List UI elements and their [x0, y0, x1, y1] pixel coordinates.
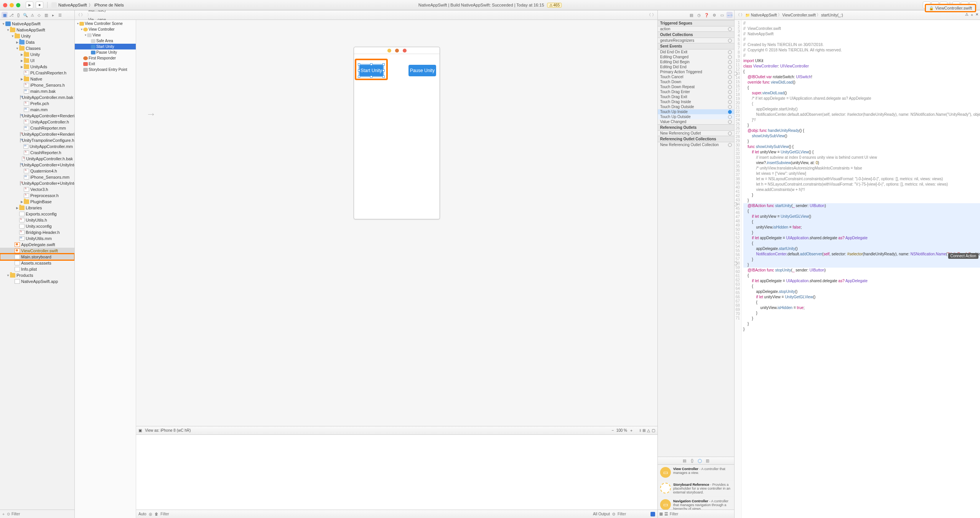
outline-item[interactable]: ▼View Controller — [75, 26, 136, 32]
connection-well[interactable] — [728, 95, 732, 99]
nav-item[interactable]: main.mm.bak — [0, 88, 74, 94]
symbol-navigator-tab[interactable]: {} — [15, 12, 21, 18]
outline-item[interactable]: ▼View Controller Scene — [75, 21, 136, 26]
zoom-out[interactable]: − — [612, 428, 614, 432]
history-inspector-tab[interactable]: ◷ — [696, 12, 702, 18]
nav-item[interactable]: iPhone_Sensors.h — [0, 82, 74, 88]
connection-well[interactable] — [728, 100, 732, 104]
filter-icon[interactable]: ⊙ — [7, 512, 10, 516]
connection-well[interactable] — [728, 55, 732, 59]
align-icon[interactable]: ⫴ — [639, 428, 641, 433]
nav-item[interactable]: Assets.xcassets — [0, 260, 74, 266]
connection-well[interactable] — [728, 70, 732, 74]
connection-item[interactable]: Touch Cancel — [658, 74, 734, 79]
nav-item[interactable]: Vector3.h — [0, 186, 74, 192]
nav-item[interactable]: Bridging-Header.h — [0, 229, 74, 235]
nav-item[interactable]: Main.storyboard — [0, 254, 74, 260]
assist-jb-1[interactable]: ViewController.swift — [782, 13, 816, 17]
nav-item[interactable]: iPhone_Sensors.mm — [0, 174, 74, 180]
embed-icon[interactable]: ▢ — [652, 428, 655, 433]
scene-dock[interactable] — [354, 47, 440, 54]
selection-handles[interactable] — [359, 64, 384, 77]
connection-well[interactable] — [728, 80, 732, 84]
close-window[interactable] — [3, 3, 7, 7]
connection-well[interactable] — [728, 120, 732, 124]
nav-item[interactable]: ViewController.swift — [0, 248, 74, 254]
outline-item[interactable]: Start Unity — [75, 44, 136, 49]
nav-item[interactable]: ▶Native — [0, 76, 74, 82]
exit-icon[interactable] — [403, 49, 407, 53]
media-library-tab[interactable]: ▥ — [705, 458, 710, 464]
connection-well[interactable] — [728, 132, 732, 135]
nav-item[interactable]: Info.plist — [0, 266, 74, 272]
connection-item[interactable]: Touch Drag Inside — [658, 99, 734, 104]
connection-item[interactable]: gestureRecognizers — [658, 38, 734, 43]
nav-item[interactable]: ▼NativeAppSwift — [0, 21, 74, 27]
nav-item[interactable]: NativeAppSwift.app — [0, 278, 74, 284]
project-navigator-tab[interactable]: ▦ — [2, 12, 8, 18]
connection-well[interactable] — [728, 60, 732, 64]
first-responder-icon[interactable] — [395, 49, 399, 53]
connection-item[interactable]: Value Changed — [658, 119, 734, 124]
connection-item[interactable]: Editing Did End — [658, 64, 734, 69]
connection-well[interactable] — [728, 105, 732, 109]
nav-item[interactable]: UnityAppController+UnityInterface.mm — [0, 162, 74, 168]
assist-close-icon[interactable]: ✕ — [975, 12, 978, 18]
outline-item[interactable]: Storyboard Entry Point — [75, 67, 136, 72]
nav-item[interactable]: UnityUtils.mm — [0, 235, 74, 242]
jump-forward[interactable]: 〉 — [81, 12, 85, 18]
nav-item[interactable]: AppDelegate.swift — [0, 242, 74, 248]
connection-well[interactable] — [728, 75, 732, 79]
connection-item[interactable]: Touch Up Outside — [658, 114, 734, 119]
breakpoint-navigator-tab[interactable]: ▸ — [50, 12, 56, 18]
connection-well[interactable] — [728, 50, 732, 54]
library-item[interactable]: ▭View Controller - A controller that man… — [658, 465, 734, 480]
nav-item[interactable]: UnityAppController.mm.bak — [0, 94, 74, 100]
run-button[interactable]: ▶ — [26, 2, 33, 8]
resolve-icon[interactable]: △ — [647, 428, 650, 433]
nav-item[interactable]: CrashReporter.h — [0, 150, 74, 156]
outline-item[interactable]: Exit — [75, 61, 136, 67]
scene-view-controller[interactable]: Start Unity Pause Unity — [354, 47, 440, 219]
assist-add-icon[interactable]: ＋ — [970, 12, 974, 18]
connection-item[interactable]: Touch Drag Exit — [658, 94, 734, 99]
connections-inspector-tab[interactable]: →○ — [726, 12, 733, 18]
report-navigator-tab[interactable]: ☰ — [57, 12, 63, 18]
vc-icon[interactable] — [387, 49, 391, 53]
scheme-selector[interactable]: NativeAppSwift 〉 iPhone de Niels — [51, 2, 124, 8]
connections-inspector[interactable]: Triggered SeguesactionOutlet Collections… — [658, 20, 734, 457]
connection-well[interactable] — [728, 110, 732, 114]
connection-well[interactable] — [728, 90, 732, 94]
nav-item[interactable]: UnityTrampolineConfigure.h — [0, 137, 74, 143]
debug-output-mode[interactable]: All Output — [593, 512, 610, 516]
nav-item[interactable]: ▼Unity — [0, 33, 74, 39]
attributes-inspector-tab[interactable]: ⚙ — [711, 12, 717, 18]
source-control-navigator-tab[interactable]: ⎇ — [8, 12, 15, 18]
size-inspector-tab[interactable]: ▭ — [719, 12, 725, 18]
nav-item[interactable]: main.mm — [0, 107, 74, 113]
nav-item[interactable]: CrashReporter.mm — [0, 125, 74, 131]
library-item[interactable]: Storyboard Reference - Provides a placeh… — [658, 480, 734, 497]
device-config-icon[interactable]: ▣ — [138, 428, 142, 432]
library-grid-icon[interactable]: ⊞ — [659, 511, 663, 516]
connection-item[interactable]: action — [658, 26, 734, 31]
stop-button[interactable]: ■ — [36, 2, 43, 8]
object-library-tab[interactable]: ◯ — [697, 458, 703, 464]
interface-builder-canvas[interactable]: → Start Unity — [136, 20, 657, 518]
nav-item[interactable]: UnityAppController.h — [0, 119, 74, 125]
debug-auto[interactable]: Auto — [138, 512, 147, 516]
connection-item[interactable]: Touch Up Inside — [658, 109, 734, 114]
connection-item[interactable]: Primary Action Triggered — [658, 69, 734, 74]
outline-item[interactable]: ▼View — [75, 32, 136, 38]
find-navigator-tab[interactable]: 🔍 — [22, 12, 28, 18]
connection-item[interactable]: New Referencing Outlet — [658, 131, 734, 136]
connection-item[interactable]: Did End On Exit — [658, 49, 734, 54]
code-snippet-library-tab[interactable]: {} — [690, 458, 695, 464]
connection-well[interactable] — [728, 143, 732, 147]
library-item[interactable]: ▭Navigation Controller - A controller th… — [658, 497, 734, 510]
file-template-library-tab[interactable]: ▤ — [682, 458, 687, 464]
connection-item[interactable]: Editing Did Begin — [658, 59, 734, 64]
issue-navigator-tab[interactable]: ⚠ — [29, 12, 35, 18]
pin-icon[interactable]: ⊞ — [642, 428, 646, 433]
zoom-in[interactable]: ＋ — [629, 428, 633, 433]
